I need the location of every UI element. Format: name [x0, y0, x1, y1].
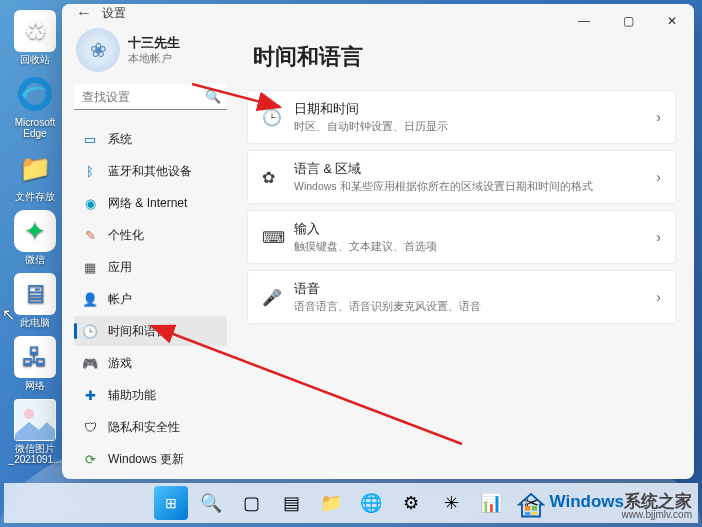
svg-rect-6: [531, 506, 536, 511]
user-type: 本地帐户: [128, 52, 180, 66]
search-icon: 🔍: [205, 89, 221, 104]
desktop-recycle-bin[interactable]: ♻ 回收站: [8, 10, 62, 65]
svg-rect-8: [531, 512, 536, 515]
house-icon: [516, 491, 546, 521]
network-icon: 🖧: [14, 336, 56, 378]
nav-access-label: 辅助功能: [108, 387, 156, 404]
nav-accounts-label: 帐户: [108, 291, 132, 308]
keyboard-icon: ⌨: [262, 228, 284, 247]
folder-label: 文件存放: [15, 191, 55, 202]
desktop-wechat[interactable]: ✦ 微信: [8, 210, 62, 265]
card-voice-desc: 语音语言、语音识别麦克风设置、语音: [294, 300, 656, 314]
shield-icon: 🛡: [82, 420, 98, 435]
minimize-button[interactable]: —: [562, 4, 606, 38]
svg-rect-5: [525, 506, 530, 511]
apps-icon: ▦: [82, 260, 98, 275]
recycle-icon: ♻: [14, 10, 56, 52]
nav-update[interactable]: ⟳Windows 更新: [74, 444, 227, 474]
taskbar-edge[interactable]: 🌐: [354, 486, 388, 520]
search-box[interactable]: 🔍: [74, 84, 227, 110]
card-date-time-title: 日期和时间: [294, 101, 656, 118]
nav-accounts[interactable]: 👤帐户: [74, 284, 227, 314]
nav-bluetooth[interactable]: ᛒ蓝牙和其他设备: [74, 156, 227, 186]
card-language-region[interactable]: ✿ 语言 & 区域 Windows 和某些应用根据你所在的区域设置日期和时间的格…: [247, 150, 676, 204]
nav-personalize-label: 个性化: [108, 227, 144, 244]
taskbar-app-1[interactable]: 📊: [474, 486, 508, 520]
nav-time-language[interactable]: 🕒时间和语言: [74, 316, 227, 346]
svg-point-2: [24, 409, 34, 419]
card-date-time-desc: 时区、自动时钟设置、日历显示: [294, 120, 656, 134]
bluetooth-icon: ᛒ: [82, 164, 98, 179]
brush-icon: ✎: [82, 228, 98, 243]
taskbar-wechat[interactable]: ✳: [434, 486, 468, 520]
maximize-button[interactable]: ▢: [606, 4, 650, 38]
desktop-this-pc[interactable]: 🖥 此电脑: [8, 273, 62, 328]
settings-window: ← 设置 — ▢ ✕ ❀ 十三先生 本地帐户 🔍 ▭系统 ᛒ蓝牙和其他设备: [62, 4, 694, 479]
pc-icon: 🖥: [14, 273, 56, 315]
watermark-url: www.bjjmlv.com: [622, 510, 692, 520]
profile[interactable]: ❀ 十三先生 本地帐户: [74, 28, 227, 72]
card-input-desc: 触摸键盘、文本建议、首选项: [294, 240, 656, 254]
page-title: 时间和语言: [253, 42, 676, 72]
network-label: 网络: [25, 380, 45, 391]
card-input-title: 输入: [294, 221, 656, 238]
desktop-network[interactable]: 🖧 网络: [8, 336, 62, 391]
nav-gaming[interactable]: 🎮游戏: [74, 348, 227, 378]
window-title: 设置: [102, 5, 126, 22]
nav-privacy-label: 隐私和安全性: [108, 419, 180, 436]
back-button[interactable]: ←: [74, 4, 94, 22]
watermark: Windows 系统之家 www.bjjmlv.com: [512, 489, 696, 523]
nav-system[interactable]: ▭系统: [74, 124, 227, 154]
taskbar-explorer[interactable]: 📁: [314, 486, 348, 520]
chevron-right-icon: ›: [656, 109, 661, 125]
close-button[interactable]: ✕: [650, 4, 694, 38]
nav-network[interactable]: ◉网络 & Internet: [74, 188, 227, 218]
nav-privacy[interactable]: 🛡隐私和安全性: [74, 412, 227, 442]
desktop-image[interactable]: 微信图片_2021091...: [8, 399, 62, 465]
microphone-icon: 🎤: [262, 288, 284, 307]
mouse-cursor: ↖: [2, 305, 15, 324]
chevron-right-icon: ›: [656, 229, 661, 245]
chevron-right-icon: ›: [656, 289, 661, 305]
main-panel: 时间和语言 🕒 日期和时间 时区、自动时钟设置、日历显示 › ✿ 语言 & 区域…: [237, 22, 694, 479]
card-date-time[interactable]: 🕒 日期和时间 时区、自动时钟设置、日历显示 ›: [247, 90, 676, 144]
recycle-label: 回收站: [20, 54, 50, 65]
nav-bluetooth-label: 蓝牙和其他设备: [108, 163, 192, 180]
nav-time-label: 时间和语言: [108, 323, 168, 340]
taskbar-taskview[interactable]: ▢: [234, 486, 268, 520]
wechat-icon: ✦: [14, 210, 56, 252]
avatar: ❀: [76, 28, 120, 72]
nav-accessibility[interactable]: ✚辅助功能: [74, 380, 227, 410]
nav-personalize[interactable]: ✎个性化: [74, 220, 227, 250]
edge-icon: [14, 73, 56, 115]
image-label: 微信图片_2021091...: [8, 443, 62, 465]
desktop-folder[interactable]: 📁 文件存放: [8, 147, 62, 202]
nav-apps[interactable]: ▦应用: [74, 252, 227, 282]
card-input[interactable]: ⌨ 输入 触摸键盘、文本建议、首选项 ›: [247, 210, 676, 264]
watermark-brand-2: 系统之家: [624, 493, 692, 510]
gaming-icon: 🎮: [82, 356, 98, 371]
pc-label: 此电脑: [20, 317, 50, 328]
language-icon: ✿: [262, 168, 284, 187]
taskbar-settings[interactable]: ⚙: [394, 486, 428, 520]
nav-apps-label: 应用: [108, 259, 132, 276]
chevron-right-icon: ›: [656, 169, 661, 185]
taskbar-widgets[interactable]: ▤: [274, 486, 308, 520]
clock-globe-icon: 🕒: [82, 324, 98, 339]
wifi-icon: ◉: [82, 196, 98, 211]
card-voice-title: 语音: [294, 281, 656, 298]
start-button[interactable]: ⊞: [154, 486, 188, 520]
edge-label: Microsoft Edge: [8, 117, 62, 139]
system-icon: ▭: [82, 132, 98, 147]
card-region-title: 语言 & 区域: [294, 161, 656, 178]
card-region-desc: Windows 和某些应用根据你所在的区域设置日期和时间的格式: [294, 180, 656, 194]
update-icon: ⟳: [82, 452, 98, 467]
svg-rect-7: [525, 512, 530, 515]
taskbar-search[interactable]: 🔍: [194, 486, 228, 520]
desktop-edge[interactable]: Microsoft Edge: [8, 73, 62, 139]
card-voice[interactable]: 🎤 语音 语音语言、语音识别麦克风设置、语音 ›: [247, 270, 676, 324]
image-icon: [14, 399, 56, 441]
folder-icon: 📁: [14, 147, 56, 189]
nav-gaming-label: 游戏: [108, 355, 132, 372]
nav-system-label: 系统: [108, 131, 132, 148]
